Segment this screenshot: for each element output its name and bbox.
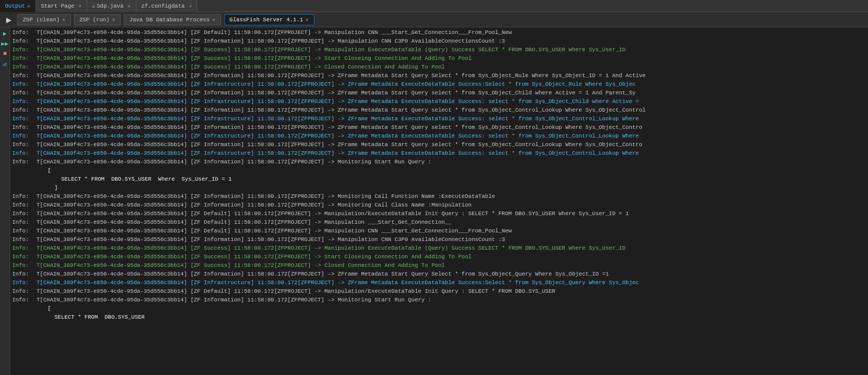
log-text-15: T[CHAIN_389f4c73-e850-4cde-95da-35d556c3…	[37, 158, 866, 166]
log-text-18: T[CHAIN_389f4c73-e850-4cde-95da-35d556c3…	[37, 201, 866, 210]
log-text-19: T[CHAIN_389f4c73-e850-4cde-95da-35d556c3…	[37, 210, 866, 218]
log-level-18: Info:	[12, 201, 37, 210]
log-level-15: Info:	[12, 158, 37, 166]
log-line-3: Info:T[CHAIN_389f4c73-e850-4cde-95da-35d…	[12, 54, 866, 63]
log-text-2: T[CHAIN_389f4c73-e850-4cde-95da-35d556c3…	[37, 46, 866, 54]
log-level-6: Info:	[12, 80, 37, 89]
log-output-area[interactable]: Info:T[CHAIN_389f4c73-e850-4cde-95da-35d…	[10, 27, 868, 375]
tab-java-db[interactable]: Java DB Database Process ✕	[124, 14, 221, 25]
tab-zsp-clean-close[interactable]: ✕	[62, 17, 65, 23]
java-icon: ☕	[92, 3, 95, 9]
log-line-13: Info:T[CHAIN_389f4c73-e850-4cde-95da-35d…	[12, 141, 866, 149]
log-text-26: T[CHAIN_389f4c73-e850-4cde-95da-35d556c3…	[37, 270, 866, 279]
query-block-16: [ SELECT * FROM DBO.SYS_USER Where Sys_U…	[12, 166, 866, 192]
tab-glassfish-close[interactable]: ✕	[306, 17, 309, 23]
log-line-6: Info:T[CHAIN_389f4c73-e850-4cde-95da-35d…	[12, 80, 866, 89]
left-action-bar: ▶ ▶▶ ■ ↺	[0, 27, 10, 375]
log-level-28: Info:	[12, 287, 37, 296]
log-line-26: Info:T[CHAIN_389f4c73-e850-4cde-95da-35d…	[12, 270, 866, 279]
log-level-20: Info:	[12, 218, 37, 227]
log-line-28: Info:T[CHAIN_389f4c73-e850-4cde-95da-35d…	[12, 287, 866, 296]
log-text-1: T[CHAIN_389f4c73-e850-4cde-95da-35d556c3…	[37, 37, 866, 46]
log-level-11: Info:	[12, 123, 37, 132]
log-line-18: Info:T[CHAIN_389f4c73-e850-4cde-95da-35d…	[12, 201, 866, 210]
play-button[interactable]: ▶	[1, 29, 9, 38]
tab-start-page[interactable]: Start Page ✕	[36, 0, 87, 12]
log-line-11: Info:T[CHAIN_389f4c73-e850-4cde-95da-35d…	[12, 123, 866, 132]
log-line-23: Info:T[CHAIN_389f4c73-e850-4cde-95da-35d…	[12, 244, 866, 253]
tab-zsp-run-label: ZSP (run)	[80, 17, 110, 23]
log-text-21: T[CHAIN_389f4c73-e850-4cde-95da-35d556c3…	[37, 227, 866, 235]
log-line-1: Info:T[CHAIN_389f4c73-e850-4cde-95da-35d…	[12, 37, 866, 46]
log-line-15: Info:T[CHAIN_389f4c73-e850-4cde-95da-35d…	[12, 158, 866, 166]
tab-sdp-java-label: Sdp.java	[97, 3, 124, 9]
log-level-17: Info:	[12, 192, 37, 201]
log-line-0: Info:T[CHAIN_389f4c73-e850-4cde-95da-35d…	[12, 28, 866, 37]
log-level-24: Info:	[12, 253, 37, 261]
top-tab-bar: Output ✕ Start Page ✕ ☕ Sdp.java ✕ zf.co…	[0, 0, 868, 12]
tab-output-close[interactable]: ✕	[27, 3, 30, 9]
log-level-0: Info:	[12, 28, 37, 37]
tab-zf-configdata[interactable]: zf.configdata ✕	[136, 0, 198, 12]
log-text-5: T[CHAIN_389f4c73-e850-4cde-95da-35d556c3…	[37, 72, 866, 80]
log-level-12: Info:	[12, 132, 37, 141]
log-level-26: Info:	[12, 270, 37, 279]
tab-java-db-close[interactable]: ✕	[212, 17, 215, 23]
tab-output-label: Output	[5, 3, 25, 9]
log-level-3: Info:	[12, 54, 37, 63]
tab-start-page-close[interactable]: ✕	[79, 3, 82, 9]
tab-zsp-run[interactable]: ZSP (run) ✕	[74, 14, 121, 25]
log-level-9: Info:	[12, 106, 37, 115]
tab-zf-configdata-close[interactable]: ✕	[189, 3, 192, 9]
log-line-12: Info:T[CHAIN_389f4c73-e850-4cde-95da-35d…	[12, 132, 866, 141]
log-level-13: Info:	[12, 141, 37, 149]
log-text-24: T[CHAIN_389f4c73-e850-4cde-95da-35d556c3…	[37, 253, 866, 261]
tab-zsp-run-close[interactable]: ✕	[112, 17, 115, 23]
log-line-19: Info:T[CHAIN_389f4c73-e850-4cde-95da-35d…	[12, 210, 866, 218]
log-line-17: Info:T[CHAIN_389f4c73-e850-4cde-95da-35d…	[12, 192, 866, 201]
log-text-23: T[CHAIN_389f4c73-e850-4cde-95da-35d556c3…	[37, 244, 866, 253]
log-line-7: Info:T[CHAIN_389f4c73-e850-4cde-95da-35d…	[12, 89, 866, 97]
tab-zsp-clean[interactable]: ZSP (clean) ✕	[17, 14, 71, 25]
log-text-14: T[CHAIN_389f4c73-e850-4cde-95da-35d556c3…	[37, 149, 866, 158]
log-text-27: T[CHAIN_389f4c73-e850-4cde-95da-35d556c3…	[37, 279, 866, 287]
log-text-3: T[CHAIN_389f4c73-e850-4cde-95da-35d556c3…	[37, 54, 866, 63]
log-level-27: Info:	[12, 279, 37, 287]
tab-output[interactable]: Output ✕	[0, 0, 36, 12]
log-level-8: Info:	[12, 97, 37, 106]
run-button[interactable]: ▶	[3, 14, 14, 25]
log-level-22: Info:	[12, 235, 37, 244]
step-button[interactable]: ▶▶	[1, 40, 9, 48]
tab-java-db-label: Java DB Database Process	[129, 17, 209, 23]
log-level-4: Info:	[12, 63, 37, 72]
log-level-23: Info:	[12, 244, 37, 253]
log-line-5: Info:T[CHAIN_389f4c73-e850-4cde-95da-35d…	[12, 72, 866, 80]
log-line-27: Info:T[CHAIN_389f4c73-e850-4cde-95da-35d…	[12, 279, 866, 287]
log-text-11: T[CHAIN_389f4c73-e850-4cde-95da-35d556c3…	[37, 123, 866, 132]
stop-button[interactable]: ■	[1, 50, 9, 58]
tab-glassfish[interactable]: GlassFish Server 4.1.1 ✕	[224, 14, 314, 25]
second-toolbar: ▶ ZSP (clean) ✕ ZSP (run) ✕ Java DB Data…	[0, 12, 868, 27]
log-text-25: T[CHAIN_389f4c73-e850-4cde-95da-35d556c3…	[37, 261, 866, 270]
log-level-2: Info:	[12, 46, 37, 54]
refresh-button[interactable]: ↺	[1, 60, 9, 68]
log-text-17: T[CHAIN_389f4c73-e850-4cde-95da-35d556c3…	[37, 192, 866, 201]
log-level-5: Info:	[12, 72, 37, 80]
log-line-22: Info:T[CHAIN_389f4c73-e850-4cde-95da-35d…	[12, 235, 866, 244]
log-text-8: T[CHAIN_389f4c73-e850-4cde-95da-35d556c3…	[37, 97, 866, 106]
log-line-21: Info:T[CHAIN_389f4c73-e850-4cde-95da-35d…	[12, 227, 866, 235]
tab-sdp-java[interactable]: ☕ Sdp.java ✕	[87, 0, 136, 12]
log-line-29: Info:T[CHAIN_389f4c73-e850-4cde-95da-35d…	[12, 296, 866, 304]
log-line-4: Info:T[CHAIN_389f4c73-e850-4cde-95da-35d…	[12, 63, 866, 72]
log-text-9: T[CHAIN_389f4c73-e850-4cde-95da-35d556c3…	[37, 106, 866, 115]
log-level-19: Info:	[12, 210, 37, 218]
tab-sdp-java-close[interactable]: ✕	[128, 3, 131, 9]
log-line-10: Info:T[CHAIN_389f4c73-e850-4cde-95da-35d…	[12, 115, 866, 123]
main-panel: ▶ ▶▶ ■ ↺ Info:T[CHAIN_389f4c73-e850-4cde…	[0, 27, 868, 375]
log-text-29: T[CHAIN_389f4c73-e850-4cde-95da-35d556c3…	[37, 296, 866, 304]
tab-zsp-clean-label: ZSP (clean)	[23, 17, 60, 23]
log-level-25: Info:	[12, 261, 37, 270]
log-level-10: Info:	[12, 115, 37, 123]
query-block-30: [ SELECT * FROM DBO.SYS_USER	[12, 304, 866, 322]
log-level-1: Info:	[12, 37, 37, 46]
